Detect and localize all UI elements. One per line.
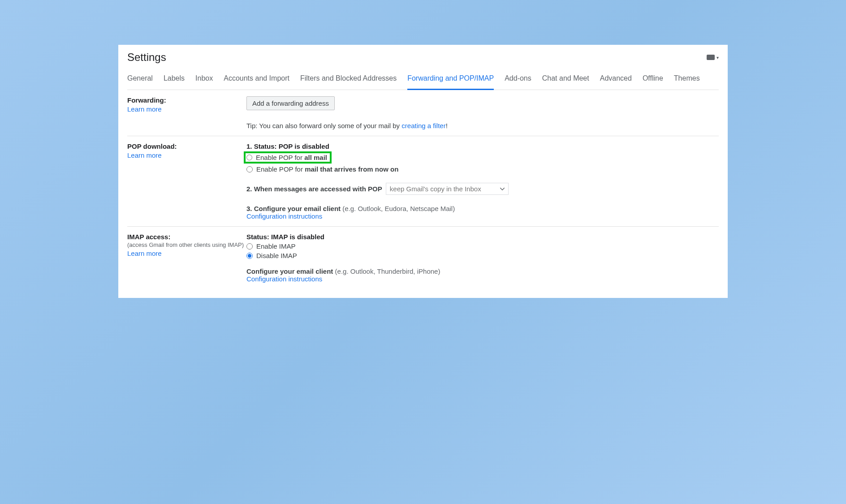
tab-themes[interactable]: Themes [674,74,700,90]
pop-step3-examples: (e.g. Outlook, Eudora, Netscape Mail) [342,205,455,212]
imap-configure: Configure your email client (e.g. Outloo… [246,267,719,283]
keyboard-icon [707,55,715,60]
tab-accounts-and-import[interactable]: Accounts and Import [224,74,289,90]
tab-offline[interactable]: Offline [643,74,663,90]
imap-access-section: IMAP access: (access Gmail from other cl… [127,227,719,289]
tab-filters-and-blocked[interactable]: Filters and Blocked Addresses [300,74,397,90]
pop-enable-from-now-label: Enable POP for mail that arrives from no… [256,165,398,173]
tab-forwarding-pop-imap[interactable]: Forwarding and POP/IMAP [407,74,494,90]
pop-status: 1. Status: POP is disabled [246,142,719,150]
tab-chat-and-meet[interactable]: Chat and Meet [542,74,589,90]
pop-step2: 2. When messages are accessed with POP k… [246,183,719,195]
imap-disable-row: Disable IMAP [246,252,719,259]
pop-enable-all-mail-highlight: Enable POP for all mail [244,151,332,164]
chevron-down-icon: ▾ [717,55,719,60]
page-title: Settings [127,51,166,64]
pop-step3: 3. Configure your email client (e.g. Out… [246,205,719,220]
pop-opt1-bold: all mail [304,154,327,161]
forwarding-tip-suffix: ! [446,122,448,129]
pop-enable-all-mail-label: Enable POP for all mail [256,154,327,161]
pop-config-instructions-link[interactable]: Configuration instructions [246,212,322,220]
forwarding-tip-prefix: Tip: You can also forward only some of y… [246,122,401,129]
pop-step3-label: 3. Configure your email client [246,205,342,212]
imap-sub: (access Gmail from other clients using I… [127,241,246,248]
tab-general[interactable]: General [127,74,153,90]
pop-right: 1. Status: POP is disabled Enable POP fo… [246,142,719,220]
pop-status-value: POP is disabled [279,142,329,150]
imap-disable-radio[interactable] [246,253,253,259]
imap-status-value: IMAP is disabled [271,233,324,241]
forwarding-tip: Tip: You can also forward only some of y… [246,122,719,129]
tab-labels[interactable]: Labels [164,74,185,90]
pop-enable-from-now-row: Enable POP for mail that arrives from no… [246,165,719,173]
pop-left: POP download: Learn more [127,142,246,220]
tab-advanced[interactable]: Advanced [600,74,632,90]
imap-enable-label: Enable IMAP [256,242,296,250]
imap-configure-examples: (e.g. Outlook, Thunderbird, iPhone) [335,267,440,275]
input-tools-dropdown[interactable]: ▾ [707,55,719,60]
forwarding-right: Add a forwarding address Tip: You can al… [246,96,719,129]
imap-config-instructions-link[interactable]: Configuration instructions [246,275,322,283]
tab-add-ons[interactable]: Add-ons [505,74,531,90]
pop-opt1-prefix: Enable POP for [256,154,304,161]
pop-action-select[interactable]: keep Gmail's copy in the Inbox [386,183,509,195]
imap-status-prefix: Status: [246,233,271,241]
imap-configure-label: Configure your email client [246,267,335,275]
imap-disable-label: Disable IMAP [256,252,297,259]
tab-inbox[interactable]: Inbox [195,74,213,90]
pop-status-prefix: 1. Status: [246,142,279,150]
forwarding-section: Forwarding: Learn more Add a forwarding … [127,90,719,136]
imap-learn-more-link[interactable]: Learn more [127,250,162,257]
forwarding-heading: Forwarding: [127,96,246,104]
imap-heading: IMAP access: [127,233,246,241]
forwarding-left: Forwarding: Learn more [127,96,246,129]
title-row: Settings ▾ [127,51,719,66]
pop-opt2-bold: mail that arrives from now on [305,165,398,173]
forwarding-learn-more-link[interactable]: Learn more [127,105,162,113]
imap-status: Status: IMAP is disabled [246,233,719,241]
pop-heading: POP download: [127,142,246,150]
tabs-bar: General Labels Inbox Accounts and Import… [127,74,719,90]
add-forwarding-address-button[interactable]: Add a forwarding address [246,96,335,110]
pop-step2-label: 2. When messages are accessed with POP [246,185,382,193]
pop-download-section: POP download: Learn more 1. Status: POP … [127,136,719,227]
pop-enable-from-now-radio[interactable] [246,166,253,172]
imap-enable-row: Enable IMAP [246,242,719,250]
creating-a-filter-link[interactable]: creating a filter [401,122,445,129]
pop-opt2-prefix: Enable POP for [256,165,305,173]
imap-left: IMAP access: (access Gmail from other cl… [127,233,246,283]
settings-panel: Settings ▾ General Labels Inbox Accounts… [118,45,728,298]
imap-right: Status: IMAP is disabled Enable IMAP Dis… [246,233,719,283]
pop-enable-all-mail-radio[interactable] [246,155,252,160]
imap-enable-radio[interactable] [246,243,253,250]
pop-learn-more-link[interactable]: Learn more [127,151,162,159]
